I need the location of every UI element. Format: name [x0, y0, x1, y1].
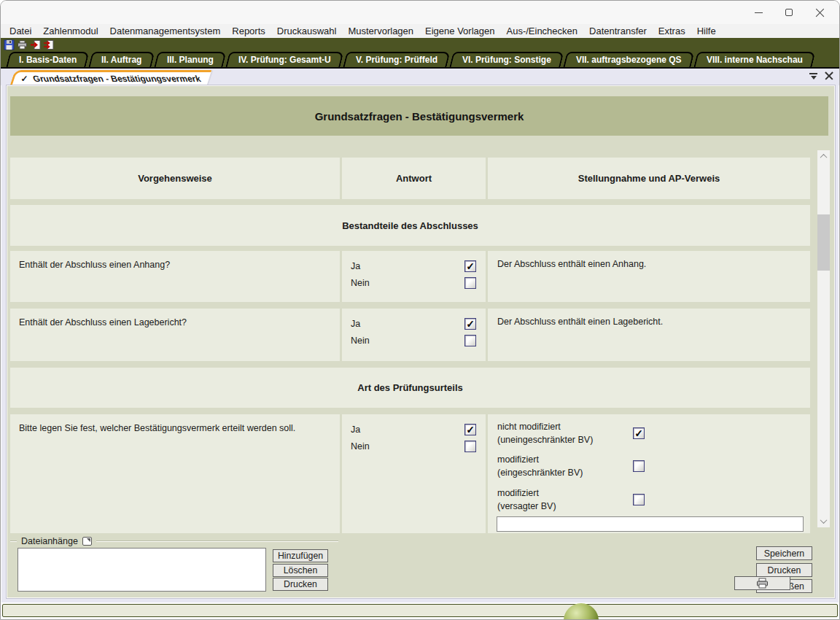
comment-text: Der Abschluss enthält einen Lagebericht.: [488, 309, 810, 361]
yes-checkbox[interactable]: ✓: [464, 424, 476, 435]
no-checkbox[interactable]: [464, 335, 476, 346]
answer-cell: Ja✓ Nein: [342, 251, 486, 302]
minimize-icon: [755, 12, 763, 13]
option-row: modifiziert(versagter BV): [497, 487, 810, 513]
yes-label: Ja: [351, 425, 360, 435]
column-header-vorgehensweise: Vorgehensweise: [10, 158, 340, 199]
tab-planung[interactable]: III. Planung: [154, 52, 226, 67]
popup-window-icon[interactable]: [82, 537, 92, 546]
yes-checkbox[interactable]: ✓: [464, 318, 476, 330]
no-label: Nein: [351, 336, 370, 346]
minimize-button[interactable]: [743, 2, 774, 23]
menu-datenmanagementsystem[interactable]: Datenmanagementsystem: [104, 26, 227, 36]
maximize-button[interactable]: [774, 2, 804, 23]
tab-list-dropdown-icon[interactable]: [809, 71, 817, 80]
column-header-stellungnahme: Stellungnahme und AP-Verweis: [488, 158, 810, 199]
app-window: Datei Zahlenmodul Datenmanagementsystem …: [0, 0, 840, 620]
page-title: Grundsatzfragen - Bestätigungsvermerk: [10, 96, 828, 136]
table-row: Bitte legen Sie fest, welcher Bestätigun…: [10, 414, 810, 533]
option-label: modifiziert: [497, 487, 633, 500]
chevron-up-icon: [820, 154, 828, 161]
menu-druckauswahl[interactable]: Druckauswahl: [271, 26, 343, 36]
no-label: Nein: [351, 278, 370, 288]
section-pruefungsurteil: Art des Prüfungsurteils: [10, 368, 810, 408]
checkin-icon[interactable]: [43, 39, 54, 50]
form-panel: Grundsatzfragen - Bestätigungsvermerk Vo…: [7, 85, 835, 598]
tab-pruefung-gesamt-u[interactable]: IV. Prüfung: Gesamt-U: [225, 52, 343, 67]
answer-cell: Ja✓ Nein: [342, 309, 486, 361]
attachments-legend: Dateianhänge: [21, 536, 78, 546]
attachments-group: Dateianhänge Hinzufügen Löschen Drucken: [10, 535, 338, 547]
option-checkbox-modifiziert-eingeschraenkt[interactable]: [633, 460, 645, 472]
tab-auftrag[interactable]: II. Auftrag: [89, 52, 155, 67]
vertical-scrollbar[interactable]: [817, 150, 830, 527]
bv-options-cell: nicht modifiziert(uneingeschränkter BV) …: [488, 414, 810, 533]
no-label: Nein: [351, 441, 370, 452]
tab-basis-daten[interactable]: I. Basis-Daten: [6, 52, 90, 67]
tab-pruefung-sonstige[interactable]: VI. Prüfung: Sonstige: [449, 52, 564, 67]
delete-attachment-button[interactable]: Löschen: [273, 564, 328, 577]
title-bar: [1, 1, 839, 24]
question-text: Enthält der Abschluss einen Lagebericht?: [10, 309, 340, 361]
column-header-antwort: Antwort: [342, 158, 486, 199]
tab-pruefung-prueffeld[interactable]: V. Prüfung: Prüffeld: [343, 52, 450, 67]
attachments-listbox[interactable]: [18, 548, 266, 592]
close-button[interactable]: [804, 2, 835, 23]
menu-zahlenmodul[interactable]: Zahlenmodul: [37, 26, 104, 36]
section-bestandteile: Bestandteile des Abschlusses: [10, 205, 810, 246]
menu-eigene-vorlagen[interactable]: Eigene Vorlagen: [419, 26, 500, 36]
toolbar: [1, 38, 839, 51]
yes-checkbox[interactable]: ✓: [464, 260, 476, 272]
table-row: Enthält der Abschluss einen Anhang? Ja✓ …: [10, 251, 810, 302]
tab-auftragsbezogene-qs[interactable]: VII. auftragsbezogene QS: [563, 52, 694, 67]
scroll-up-button[interactable]: [817, 150, 830, 163]
option-row: nicht modifiziert(uneingeschränkter BV) …: [497, 420, 810, 446]
menu-reports[interactable]: Reports: [226, 26, 271, 36]
option-checkbox-modifiziert-versagt[interactable]: [633, 494, 645, 505]
menu-datei[interactable]: Datei: [4, 26, 37, 36]
print-icon[interactable]: [17, 39, 28, 50]
table-row: Enthält der Abschluss einen Lagebericht?…: [10, 309, 810, 361]
question-text: Enthält der Abschluss einen Anhang?: [10, 251, 340, 302]
no-checkbox[interactable]: [464, 277, 476, 289]
menu-extras[interactable]: Extras: [653, 26, 691, 36]
answer-cell: Ja✓ Nein: [342, 414, 486, 533]
printer-icon: [756, 578, 769, 589]
document-tab-strip: ✓Grundsatzfragen - Bestätigungsvermerk: [1, 69, 839, 85]
chevron-down-icon: [820, 516, 828, 524]
scrollbar-thumb[interactable]: [817, 214, 830, 271]
close-icon: [815, 8, 825, 18]
question-text: Bitte legen Sie fest, welcher Bestätigun…: [10, 414, 340, 533]
menu-hilfe[interactable]: Hilfe: [691, 26, 722, 36]
menu-datentransfer[interactable]: Datentransfer: [583, 26, 653, 36]
checkout-icon[interactable]: [30, 39, 41, 50]
quick-print-button[interactable]: [734, 576, 790, 590]
print-attachment-button[interactable]: Drucken: [273, 578, 328, 591]
tab-interne-nachschau[interactable]: VIII. interne Nachschau: [693, 52, 815, 67]
save-button[interactable]: Speichern: [756, 546, 812, 560]
save-icon[interactable]: [4, 39, 15, 50]
comment-input[interactable]: [497, 516, 804, 532]
comment-text: Der Abschluss enthält einen Anhang.: [488, 251, 810, 302]
maximize-icon: [785, 9, 793, 16]
menu-bar: Datei Zahlenmodul Datenmanagementsystem …: [1, 24, 839, 38]
content-frame: Grundsatzfragen - Bestätigungsvermerk Vo…: [1, 85, 839, 602]
option-checkbox-nicht-modifiziert[interactable]: ✓: [633, 427, 645, 439]
add-attachment-button[interactable]: Hinzufügen: [273, 549, 328, 562]
menu-aus-einchecken[interactable]: Aus-/Einchecken: [500, 26, 583, 36]
option-label: nicht modifiziert: [497, 420, 633, 433]
close-document-icon[interactable]: [825, 71, 833, 80]
yes-label: Ja: [351, 319, 360, 329]
status-bar: [2, 604, 838, 617]
print-button[interactable]: Drucken: [756, 563, 812, 577]
scroll-down-button[interactable]: [817, 515, 830, 527]
option-row: modifiziert(eingeschränkter BV): [497, 453, 810, 479]
yes-label: Ja: [351, 261, 360, 271]
tab-grundsatzfragen-bestaetigungsvermerk[interactable]: ✓Grundsatzfragen - Bestätigungsvermerk: [10, 70, 212, 85]
option-label: modifiziert: [497, 453, 633, 466]
tab-check-icon: ✓: [21, 74, 28, 84]
question-table: Vorgehensweise Antwort Stellungnahme und…: [10, 158, 810, 533]
main-tab-bar: I. Basis-Daten II. Auftrag III. Planung …: [1, 51, 839, 69]
no-checkbox[interactable]: [464, 441, 476, 452]
menu-mustervorlagen[interactable]: Mustervorlagen: [342, 26, 419, 36]
